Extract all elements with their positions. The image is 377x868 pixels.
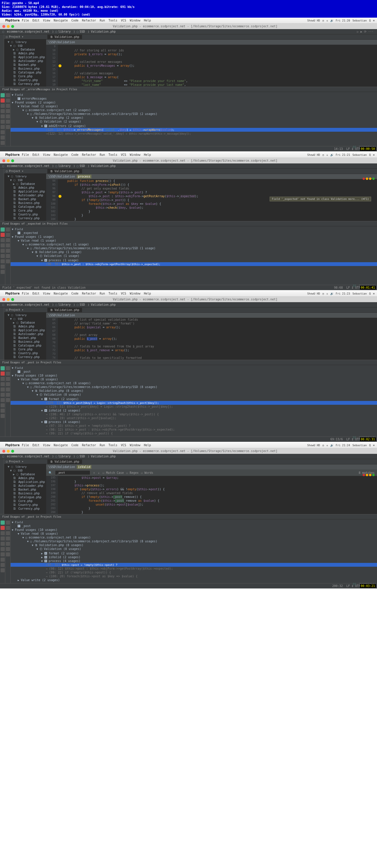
user[interactable]: Sebastian [352,19,367,22]
find-results-tree[interactable]: ▼ Field 🅵 errorsMessages ▼ Found usages … [10,92,377,146]
menu-run[interactable]: Run [100,19,105,22]
menu-file[interactable]: File [22,19,29,22]
breadcrumb-item[interactable]: ecommerce.ssdproject.net [7,30,50,33]
menu-view[interactable]: View [43,19,50,22]
spotlight-icon[interactable]: Q [369,19,371,22]
error-stripe[interactable] [362,178,375,180]
code-editor[interactable]: 195 $this->post = $array; 196 } 197 $thi… [46,476,377,514]
maximize-button[interactable] [11,25,14,28]
code-editor[interactable]: 64 // list of special validation fields … [46,318,377,360]
mac-menubar: PhpStorm File Edit View Navigate Code Re… [0,18,377,24]
menu-icon[interactable]: ≡ [373,19,375,22]
window-title: Validation.php - ecommerce.ssdproject.ne… [16,25,375,28]
minimize-button[interactable] [7,25,10,28]
video-timestamp: 00:00:50 [360,147,376,151]
screenshot-1: PhpStorm File Edit View Navigate Code Re… [0,18,377,151]
menu-edit[interactable]: Edit [32,19,39,22]
screenshot-4: PhpStorm FileEditView NavigateCodeRefact… [0,442,377,588]
folder-icon: ▢ [2,30,4,33]
intention-bulb-icon[interactable] [59,64,61,67]
breadcrumb: ▢ ecommerce.ssdproject.net ⟩ ▢library ⟩ … [0,29,377,34]
find-in-file-bar[interactable]: 🔍 ↑↓ ☐ Match Case ☐ Regex ☐ Words 8 matc… [46,469,377,476]
screenshot-3: PhpStorm FileEditView NavigateCodeRefact… [0,291,377,442]
window-titlebar: Validation.php - ecommerce.ssdproject.ne… [0,24,377,29]
find-usages-title: Find Usages of _errorsMessages in Projec… [0,87,377,92]
status-message: Field '_expected' not found in class Val… [2,286,86,289]
menu-navigate[interactable]: Navigate [54,19,68,22]
code-editor[interactable]: 9 10 // for storing all error ids 11 pri… [46,45,377,87]
menu-vcs[interactable]: VCS [121,19,126,22]
project-tree[interactable]: ▼ ▢ library ▼ ▢ SSD ▶ ▢ Database 🖺 Admin… [4,39,46,86]
namespace-bar: \SSD\Validation [46,40,377,45]
menu-tools[interactable]: Tools [109,19,117,22]
editor-tab[interactable]: 🖺 Validation.php [47,35,82,39]
menu-code[interactable]: Code [71,19,79,22]
find-toolbar[interactable] [0,92,5,146]
file-info-header: File: ppcehn - 58.mp4 Size: 21608074 byt… [0,0,377,18]
volume-icon[interactable]: 🔊 [330,19,334,22]
inspection-hint-popup[interactable]: Field '_expected' not found in class Val… [270,197,371,202]
menu-refactor[interactable]: Refactor [82,19,96,22]
status-bar: 14:13LF ‡ UTF-8 ‡🔒 [0,146,377,151]
clock-icon: ◷ [322,19,324,22]
usage-result-selected: (120: 12) $this->_errorsMessages['valid_… [10,128,377,132]
project-tab[interactable]: ▢ Project ▾ [4,34,46,39]
menu-window[interactable]: Window [130,19,140,22]
close-button[interactable] [2,25,5,28]
search-icon: 🔍 [49,471,52,474]
clock[interactable]: Fri 21:20 [336,19,350,22]
find-toolbar-2[interactable] [5,92,10,146]
menubar-widget[interactable]: ShowU HD [307,19,320,22]
menu-help[interactable]: Help [144,19,151,22]
screenshot-2: PhpStorm FileEditView NavigateCodeRefact… [0,152,377,290]
app-name[interactable]: PhpStorm [5,19,20,22]
tool-window-bar[interactable] [0,34,4,87]
search-input[interactable] [55,470,90,475]
wifi-icon[interactable]: ⏚ [326,19,328,22]
